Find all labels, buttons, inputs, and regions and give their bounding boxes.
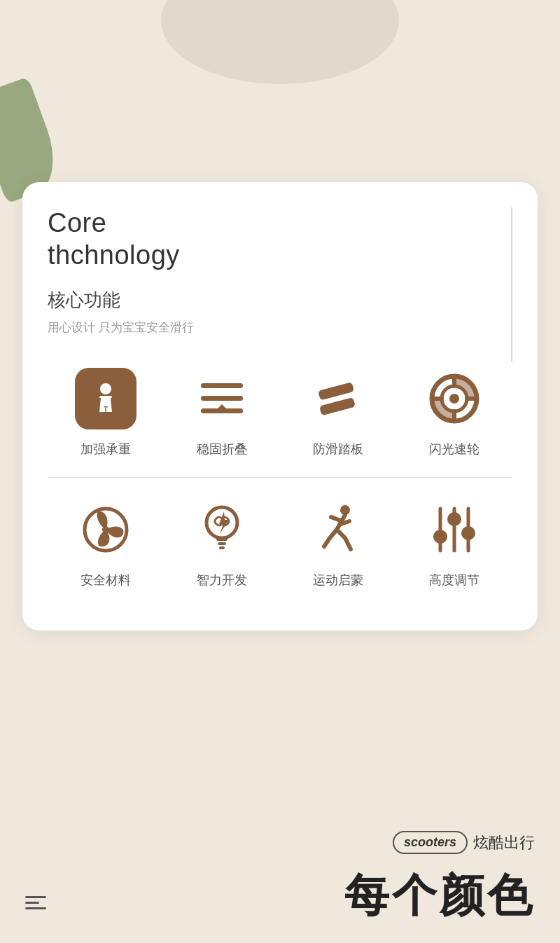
weight-label: 加强承重 <box>80 441 131 457</box>
svg-rect-20 <box>216 537 227 541</box>
feature-adjust: 高度调节 <box>396 492 512 603</box>
board-label: 防滑踏板 <box>313 441 363 457</box>
brain-label: 智力开发 <box>197 572 247 588</box>
svg-point-0 <box>100 383 111 394</box>
safe-icon <box>78 502 134 558</box>
svg-rect-9 <box>319 397 356 415</box>
badge-row: scooters 炫酷出行 <box>393 831 535 854</box>
feature-fold: 稳固折叠 <box>164 361 280 471</box>
icon-grid-row2: 安全材料 智力开发 <box>48 492 512 603</box>
svg-rect-22 <box>219 546 225 549</box>
feature-wheel: 闪光速轮 <box>396 361 512 471</box>
grid-row-separator <box>48 477 512 478</box>
fold-label: 稳固折叠 <box>197 441 247 457</box>
svg-rect-5 <box>201 396 243 401</box>
hamburger-line-2 <box>25 902 39 904</box>
svg-point-25 <box>433 530 447 544</box>
fold-icon <box>194 371 250 427</box>
adjust-icon <box>426 502 482 558</box>
feature-weight: T 加强承重 <box>48 361 164 471</box>
scooters-badge: scooters <box>393 831 468 854</box>
svg-point-12 <box>449 394 459 404</box>
safe-label: 安全材料 <box>80 572 131 588</box>
hamburger-menu[interactable] <box>25 896 46 909</box>
svg-point-29 <box>461 526 475 540</box>
svg-point-27 <box>447 512 461 526</box>
card-title-chinese: 核心功能 <box>48 288 512 312</box>
feature-safe: 安全材料 <box>48 492 164 603</box>
hamburger-line-3 <box>25 907 46 909</box>
run-label: 运动启蒙 <box>313 572 363 588</box>
svg-rect-8 <box>318 382 354 400</box>
wheel-label: 闪光速轮 <box>429 441 479 457</box>
svg-rect-4 <box>201 383 243 388</box>
background-circle <box>161 0 399 84</box>
svg-point-18 <box>102 526 109 533</box>
feature-run: 运动启蒙 <box>280 492 396 603</box>
svg-rect-7 <box>201 408 243 413</box>
svg-text:T: T <box>104 406 108 413</box>
board-icon <box>310 371 366 427</box>
bottom-section: scooters 炫酷出行 每个颜色 <box>0 817 560 943</box>
adjust-label: 高度调节 <box>429 572 479 588</box>
card-subtitle: 用心设计 只为宝宝安全滑行 <box>48 319 512 336</box>
card-title-english: Core thchnology <box>48 207 512 271</box>
icon-grid-row1: T 加强承重 稳固折叠 <box>48 361 512 471</box>
tagline-text: 炫酷出行 <box>473 832 535 853</box>
svg-rect-21 <box>218 542 226 545</box>
card-divider <box>511 207 512 362</box>
weight-icon: T <box>75 368 136 429</box>
feature-board: 防滑踏板 <box>280 361 396 471</box>
run-icon <box>310 502 366 558</box>
brain-icon <box>194 502 250 558</box>
svg-rect-1 <box>99 396 112 398</box>
wheel-icon <box>426 371 482 427</box>
hamburger-line-1 <box>25 896 46 898</box>
main-card: Core thchnology 核心功能 用心设计 只为宝宝安全滑行 T 加强承… <box>22 182 538 631</box>
feature-brain: 智力开发 <box>164 492 280 603</box>
big-title: 每个颜色 <box>344 865 535 926</box>
